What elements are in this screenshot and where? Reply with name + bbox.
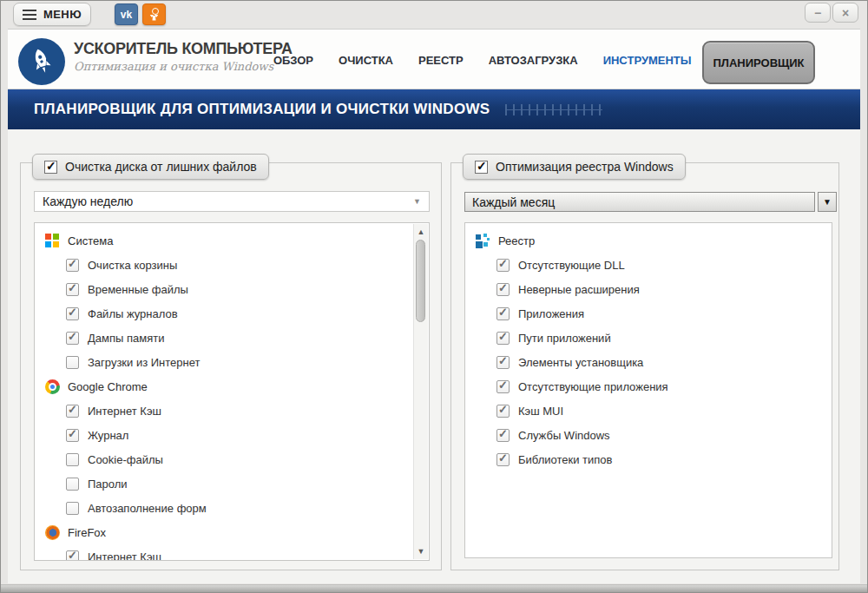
item-checkbox[interactable] xyxy=(496,380,510,393)
tree-item-label: Загрузки из Интернет xyxy=(88,356,201,369)
tree-item-label: Элементы установщика xyxy=(518,356,643,369)
app-header: УСКОРИТЕЛЬ КОМПЬЮТЕРА Оптимизация и очис… xyxy=(8,29,860,89)
tree-group-row[interactable]: FireFox xyxy=(35,520,413,544)
item-checkbox[interactable] xyxy=(496,332,510,345)
item-checkbox[interactable] xyxy=(66,356,79,369)
item-checkbox[interactable] xyxy=(66,307,79,320)
tree-item-row[interactable]: Интернет Кэш xyxy=(35,399,413,423)
banner-ticks-decoration xyxy=(505,104,602,115)
hamburger-icon xyxy=(23,14,36,16)
item-checkbox[interactable] xyxy=(66,478,79,491)
windows-icon xyxy=(45,234,60,248)
tree-item-row[interactable]: Отсутствующие приложения xyxy=(465,374,832,399)
tab-reestr[interactable]: РЕЕСТР xyxy=(418,54,464,67)
tree-item-row[interactable]: Интернет Кэш xyxy=(35,544,413,561)
tree-item-label: Интернет Кэш xyxy=(88,550,161,562)
tree-group-label: Google Chrome xyxy=(68,380,148,393)
tree-item-row[interactable]: Временные файлы xyxy=(35,277,413,301)
tree-item-row[interactable]: Отсутствующие DLL xyxy=(465,253,832,277)
tree-group-label: Система xyxy=(68,234,113,247)
tree-item-label: Журнал xyxy=(88,429,128,442)
item-checkbox[interactable] xyxy=(496,405,510,418)
tree-item-row[interactable]: Неверные расширения xyxy=(465,277,832,301)
tree-item-row[interactable]: Файлы журналов xyxy=(35,301,413,326)
menu-button[interactable]: МЕНЮ xyxy=(13,3,91,26)
registry-schedule-arrow-button[interactable]: ▼ xyxy=(818,192,837,212)
tree-item-label: Временные файлы xyxy=(88,283,188,296)
item-checkbox[interactable] xyxy=(66,453,79,466)
tree-item-row[interactable]: Дампы памяти xyxy=(35,326,413,350)
disk-schedule-value: Каждую неделю xyxy=(43,194,133,208)
tree-item-label: Cookie-файлы xyxy=(88,453,163,466)
vk-social-button[interactable]: vk xyxy=(115,3,138,25)
chevron-down-icon: ▼ xyxy=(413,197,421,206)
tree-group-row[interactable]: Google Chrome xyxy=(35,374,413,399)
item-checkbox[interactable] xyxy=(496,283,510,296)
item-checkbox[interactable] xyxy=(66,550,79,562)
tree-item-row[interactable]: Журнал xyxy=(35,423,413,447)
item-checkbox[interactable] xyxy=(496,429,510,442)
scroll-down-icon[interactable]: ▼ xyxy=(414,547,428,556)
scrollbar-thumb[interactable] xyxy=(416,240,425,322)
tree-item-label: Отсутствующие приложения xyxy=(518,380,668,393)
tree-item-row[interactable]: Библиотеки типов xyxy=(465,447,832,471)
item-checkbox[interactable] xyxy=(66,502,79,515)
window-bottom-frame xyxy=(1,584,867,592)
tree-group-label: Реестр xyxy=(498,234,535,247)
tab-obzor[interactable]: ОБЗОР xyxy=(273,54,313,67)
tree-item-row[interactable]: Элементы установщика xyxy=(465,350,832,374)
close-button[interactable]: × xyxy=(832,3,858,23)
disk-cleanup-group-tab[interactable]: Очистка диска от лишних файлов xyxy=(32,154,269,180)
tab-planirovshchik[interactable]: ПЛАНИРОВЩИК xyxy=(702,41,815,84)
tree-item-label: Кэш MUI xyxy=(518,405,563,418)
item-checkbox[interactable] xyxy=(496,453,510,466)
item-checkbox[interactable] xyxy=(66,332,79,345)
registry-schedule-value: Каждый месяц xyxy=(472,195,555,209)
tree-group-row[interactable]: Реестр xyxy=(465,228,832,253)
tree-item-label: Службы Windows xyxy=(518,429,610,442)
tab-avtozagruzka[interactable]: АВТОЗАГРУЗКА xyxy=(489,54,578,67)
firefox-icon xyxy=(45,525,60,540)
scroll-up-icon[interactable]: ▲ xyxy=(414,227,428,236)
app-window: МЕНЮ vk − × УСКОРИТЕЛЬ КОМПЬЮТЕРА Оптими… xyxy=(0,0,868,593)
scrollbar[interactable]: ▲ ▼ xyxy=(413,224,428,559)
tree-item-label: Приложения xyxy=(518,307,584,320)
rocket-icon xyxy=(23,43,61,81)
page-banner: ПЛАНИРОВЩИК ДЛЯ ОПТИМИЗАЦИИ И ОЧИСТКИ WI… xyxy=(8,89,860,129)
disk-cleanup-checkbox[interactable] xyxy=(44,161,57,174)
registry-checkbox[interactable] xyxy=(475,161,488,174)
chrome-icon xyxy=(45,379,60,394)
tree-item-row[interactable]: Загрузки из Интернет xyxy=(35,350,413,374)
tree-item-row[interactable]: Пароли xyxy=(35,471,413,496)
item-checkbox[interactable] xyxy=(66,405,79,418)
tree-item-row[interactable]: Службы Windows xyxy=(465,423,832,447)
tree-item-row[interactable]: Очистка корзины xyxy=(35,253,413,277)
item-checkbox[interactable] xyxy=(66,429,79,442)
nav-tabs: ОБЗОР ОЧИСТКА РЕЕСТР АВТОЗАГРУЗКА ИНСТРУ… xyxy=(273,30,692,90)
tree-item-label: Файлы журналов xyxy=(88,307,178,320)
registry-schedule-dropdown[interactable]: Каждый месяц xyxy=(464,192,815,212)
minimize-button[interactable]: − xyxy=(805,3,831,23)
tree-item-label: Интернет Кэш xyxy=(88,405,161,418)
registry-tree: РеестрОтсутствующие DLLНеверные расширен… xyxy=(464,222,832,558)
ok-social-button[interactable] xyxy=(142,3,166,25)
item-checkbox[interactable] xyxy=(496,356,510,369)
tree-group-label: FireFox xyxy=(68,526,106,539)
item-checkbox[interactable] xyxy=(496,307,510,320)
item-checkbox[interactable] xyxy=(66,283,79,296)
odnoklassniki-icon xyxy=(149,8,160,22)
page-title: ПЛАНИРОВЩИК ДЛЯ ОПТИМИЗАЦИИ И ОЧИСТКИ WI… xyxy=(34,101,490,118)
tree-item-row[interactable]: Cookie-файлы xyxy=(35,447,413,471)
disk-schedule-dropdown[interactable]: Каждую неделю ▼ xyxy=(34,191,430,212)
tab-instrumenty[interactable]: ИНСТРУМЕНТЫ xyxy=(603,54,692,67)
item-checkbox[interactable] xyxy=(66,259,79,272)
item-checkbox[interactable] xyxy=(496,259,510,272)
tree-item-label: Дампы памяти xyxy=(88,332,164,345)
registry-group-tab[interactable]: Оптимизация реестра Windows xyxy=(463,154,686,180)
tab-ochistka[interactable]: ОЧИСТКА xyxy=(339,54,393,67)
tree-item-row[interactable]: Кэш MUI xyxy=(465,399,832,423)
tree-item-row[interactable]: Автозаполнение форм xyxy=(35,496,413,520)
tree-item-row[interactable]: Приложения xyxy=(465,301,832,326)
tree-item-row[interactable]: Пути приложений xyxy=(465,326,832,350)
tree-group-row[interactable]: Система xyxy=(35,228,413,253)
